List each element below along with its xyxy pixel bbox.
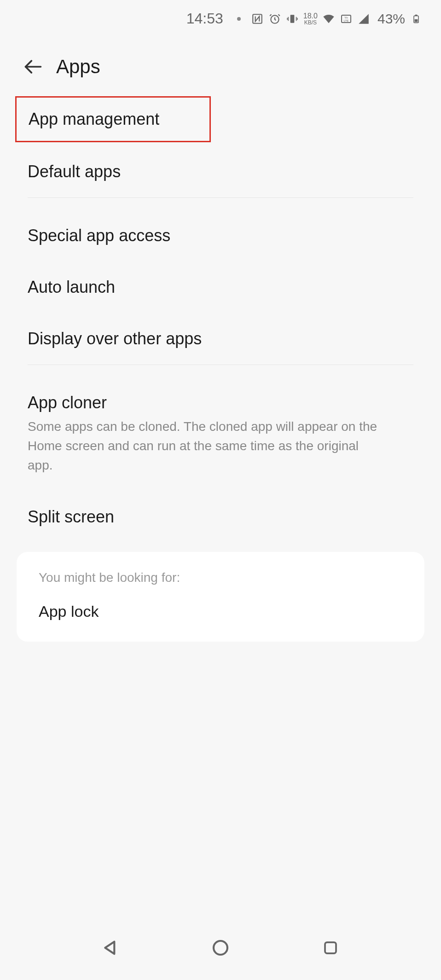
settings-group-3: App cloner Some apps can be cloned. The … [0, 377, 441, 543]
list-item-label: Split screen [28, 507, 413, 527]
battery-icon [410, 12, 423, 25]
navigation-bar [0, 925, 441, 980]
svg-rect-7 [415, 14, 418, 15]
volte-icon: Vo LTE [340, 12, 353, 25]
list-item-subtitle: Some apps can be cloned. The cloned app … [28, 417, 413, 475]
battery-percentage: 43% [377, 11, 405, 27]
data-rate-indicator: 18.0 KB/S [303, 12, 318, 25]
suggestion-card: You might be looking for: App lock [17, 552, 424, 642]
page-title: Apps [56, 56, 100, 78]
signal-icon [357, 12, 370, 25]
divider [28, 197, 413, 198]
app-management-item[interactable]: App management [15, 96, 211, 142]
nfc-icon [251, 12, 264, 25]
wifi-icon [322, 12, 335, 25]
vibrate-icon [286, 12, 299, 25]
app-cloner-item[interactable]: App cloner Some apps can be cloned. The … [0, 377, 441, 491]
special-app-access-item[interactable]: Special app access [0, 210, 441, 261]
list-item-label: App cloner [28, 393, 413, 412]
list-item-label: Display over other apps [28, 329, 413, 348]
app-lock-suggestion[interactable]: App lock [39, 603, 402, 620]
auto-launch-item[interactable]: Auto launch [0, 261, 441, 313]
list-item-label: Default apps [28, 162, 413, 181]
svg-rect-2 [290, 15, 294, 23]
display-over-other-apps-item[interactable]: Display over other apps [0, 313, 441, 365]
settings-group-1: App management Default apps [0, 96, 441, 197]
svg-rect-11 [325, 942, 336, 953]
default-apps-item[interactable]: Default apps [0, 146, 441, 197]
split-screen-item[interactable]: Split screen [0, 491, 441, 543]
svg-text:LTE: LTE [344, 19, 349, 22]
header: Apps [0, 37, 441, 92]
home-nav-button[interactable] [209, 936, 232, 959]
svg-rect-8 [415, 19, 418, 22]
divider [28, 365, 413, 365]
status-time: 14:53 [186, 10, 223, 27]
back-button[interactable] [23, 57, 43, 77]
back-nav-button[interactable] [99, 936, 122, 959]
list-item-label: Special app access [28, 226, 413, 245]
list-item-label: Auto launch [28, 278, 413, 297]
svg-text:Vo: Vo [344, 16, 348, 19]
suggestion-header: You might be looking for: [39, 570, 402, 585]
status-separator-dot [237, 17, 241, 21]
list-item-label: App management [29, 110, 197, 129]
content: App management Default apps Special app … [0, 96, 441, 642]
recent-nav-button[interactable] [319, 936, 342, 959]
alarm-icon [268, 12, 281, 25]
status-bar: 14:53 18.0 KB/S [0, 0, 441, 37]
status-icons-group: 18.0 KB/S Vo LTE 43% [251, 11, 423, 27]
svg-point-10 [214, 941, 227, 955]
settings-group-2: Special app access Auto launch Display o… [0, 210, 441, 365]
